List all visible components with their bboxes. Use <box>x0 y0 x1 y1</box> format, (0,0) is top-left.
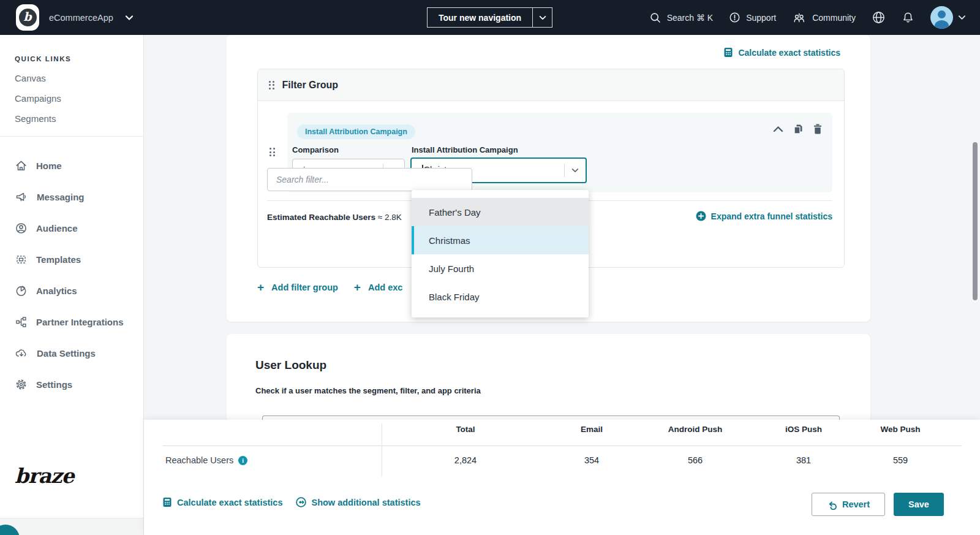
user-lookup-description: Check if a user matches the segment, fil… <box>255 386 481 395</box>
filter-type-tag: Install Attribution Campaign <box>297 124 415 139</box>
button-label: Revert <box>842 499 870 509</box>
tour-button-label: Tour new navigation <box>428 8 532 27</box>
comparison-label: Comparison <box>292 145 339 154</box>
sidebar-divider <box>0 136 144 137</box>
info-icon[interactable]: i <box>238 456 247 465</box>
column-header-email: Email <box>581 425 603 434</box>
sidebar-item-analytics[interactable]: Analytics <box>15 284 77 297</box>
value-web-push: 559 <box>893 455 908 465</box>
chevron-down-icon <box>565 166 586 175</box>
calculate-exact-statistics-link-footer[interactable]: Calculate exact statistics <box>162 497 282 507</box>
support-icon <box>729 12 741 23</box>
sidebar-footer-strip <box>0 518 143 535</box>
user-menu[interactable] <box>930 6 967 29</box>
community-link[interactable]: Community <box>792 12 856 24</box>
value-android-push: 566 <box>688 455 703 465</box>
sidebar-item-label: Data Settings <box>37 348 96 359</box>
collapse-chevron-up-icon[interactable] <box>773 126 783 133</box>
revert-button[interactable]: Revert <box>812 493 885 516</box>
column-header-android-push: Android Push <box>668 425 723 434</box>
chevron-down-icon[interactable] <box>532 8 552 27</box>
button-label: Save <box>908 499 929 509</box>
campaign-field-label: Install Attribution Campaign <box>412 145 518 154</box>
calculator-icon <box>162 497 172 507</box>
reachable-users-label: Reachable Users <box>165 455 233 465</box>
chevron-down-icon <box>957 13 967 22</box>
link-label: Add exc <box>368 283 402 292</box>
sidebar-item-home[interactable]: Home <box>15 159 62 172</box>
sidebar-item-label: Home <box>36 161 62 171</box>
support-label: Support <box>746 13 776 23</box>
sidebar-item-partner-integrations[interactable]: Partner Integrations <box>15 316 124 328</box>
estimated-reachable-users: Estimated Reachable Users ≈ 2.8K <box>267 213 402 222</box>
dropdown-option-christmas[interactable]: Christmas <box>412 226 589 254</box>
filter-group-title: Filter Group <box>282 80 339 91</box>
braze-app-logo: b <box>16 4 39 31</box>
global-search[interactable]: Search ⌘ K <box>649 12 713 24</box>
sidebar-item-label: Partner Integrations <box>36 317 124 327</box>
top-navigation-bar: b eCommerceApp Tour new navigation Searc… <box>0 0 980 35</box>
sidebar-item-label: Audience <box>36 223 78 233</box>
support-link[interactable]: Support <box>729 12 776 23</box>
cloud-download-icon <box>15 347 28 360</box>
statistics-footer-panel: Total Email Android Push iOS Push Web Pu… <box>144 420 980 535</box>
sidebar-item-campaigns[interactable]: Campaigns <box>15 93 61 104</box>
link-label: Calculate exact statistics <box>177 498 282 507</box>
dropdown-option-fathers-day[interactable]: Father's Day <box>412 198 589 226</box>
braze-wordmark: braze <box>15 464 74 488</box>
value-ios-push: 381 <box>796 455 811 465</box>
duplicate-icon[interactable] <box>793 123 804 135</box>
calculate-exact-statistics-link[interactable]: Calculate exact statistics <box>723 47 840 58</box>
show-additional-statistics-link[interactable]: Show additional statistics <box>296 497 420 507</box>
pie-chart-icon <box>15 284 28 297</box>
plus-icon: + <box>257 281 264 294</box>
link-label: Expand extra funnel statistics <box>711 211 832 221</box>
sidebar-item-data-settings[interactable]: Data Settings <box>15 347 96 360</box>
sidebar-item-label: Settings <box>36 379 72 390</box>
sidebar-item-settings[interactable]: Settings <box>15 378 72 391</box>
tour-new-navigation-button[interactable]: Tour new navigation <box>427 7 552 28</box>
sidebar-item-canvas[interactable]: Canvas <box>15 73 46 83</box>
save-button[interactable]: Save <box>894 493 944 516</box>
workspace-switcher[interactable]: b eCommerceApp <box>0 4 134 31</box>
sidebar-item-audience[interactable]: Audience <box>15 222 78 235</box>
column-header-total: Total <box>456 425 475 434</box>
globe-icon[interactable] <box>872 10 886 25</box>
value-total: 2,824 <box>454 455 477 465</box>
estimated-label: Estimated Reachable Users <box>267 213 375 222</box>
search-icon <box>649 12 662 24</box>
search-filter-input[interactable] <box>267 168 472 191</box>
link-label: Calculate exact statistics <box>738 48 840 58</box>
braze-dashboard: b eCommerceApp Tour new navigation Searc… <box>0 0 980 535</box>
notifications-bell-icon[interactable] <box>902 11 914 25</box>
app-name: eCommerceApp <box>49 13 113 23</box>
column-header-web-push: Web Push <box>880 425 920 434</box>
table-row: Reachable Users i <box>165 455 247 465</box>
trash-icon[interactable] <box>813 123 823 135</box>
dropdown-option-black-friday[interactable]: Black Friday <box>412 283 589 311</box>
undo-icon <box>827 499 837 510</box>
vertical-scrollbar-thumb[interactable] <box>973 142 978 300</box>
dropdown-option-july-fourth[interactable]: July Fourth <box>412 254 589 283</box>
drag-handle-icon[interactable] <box>269 81 274 89</box>
table-header-divider <box>162 446 962 446</box>
gear-icon <box>15 378 28 391</box>
templates-icon <box>15 253 28 266</box>
table-vertical-divider <box>382 423 382 476</box>
add-filter-group-link[interactable]: + Add filter group <box>257 281 338 294</box>
megaphone-icon <box>15 191 28 203</box>
sidebar-item-segments[interactable]: Segments <box>15 113 56 124</box>
plus-circle-icon <box>696 211 706 221</box>
search-label: Search ⌘ K <box>667 13 713 23</box>
expand-extra-funnel-statistics-link[interactable]: Expand extra funnel statistics <box>696 211 832 221</box>
user-avatar <box>930 6 953 29</box>
braze-logo-mark: b <box>23 11 31 23</box>
drag-handle-icon[interactable] <box>270 148 275 156</box>
quick-links-title: QUICK LINKS <box>15 55 71 63</box>
add-exclusion-link[interactable]: + Add exc <box>354 281 403 294</box>
link-label: Add filter group <box>271 283 338 292</box>
sidebar-item-templates[interactable]: Templates <box>15 253 81 266</box>
community-label: Community <box>812 13 856 23</box>
integrations-icon <box>15 316 28 328</box>
sidebar-item-messaging[interactable]: Messaging <box>15 191 85 203</box>
